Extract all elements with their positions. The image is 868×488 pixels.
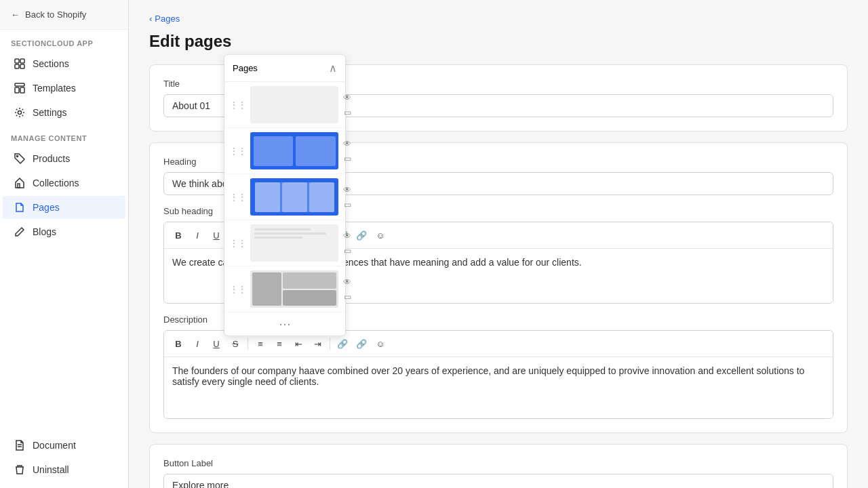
sidebar-item-sections[interactable]: Sections xyxy=(3,52,125,75)
svg-rect-1 xyxy=(20,59,24,63)
desc-indent-right-btn[interactable]: ⇥ xyxy=(309,335,326,352)
view-icon-5[interactable]: 👁 xyxy=(341,276,353,288)
sections-label: Sections xyxy=(33,58,69,69)
button-card: Button Label Button Link Image 1 xyxy=(149,444,848,488)
panel-thumbnail-4 xyxy=(250,224,338,262)
panel-item-2[interactable]: ⋮⋮ 👁 ▭ xyxy=(224,128,345,174)
sidebar-item-templates[interactable]: Templates xyxy=(3,77,125,100)
pages-label: Pages xyxy=(33,202,60,213)
file-icon xyxy=(14,439,26,451)
edit-icon xyxy=(14,226,26,238)
panel-icons-5: 👁 ▭ xyxy=(341,276,353,303)
drag-handle-5[interactable]: ⋮⋮ xyxy=(230,285,246,294)
svg-point-7 xyxy=(18,111,22,115)
blogs-label: Blogs xyxy=(33,226,56,237)
panel-item-1[interactable]: ⋮⋮ 👁 ▭ xyxy=(224,82,345,128)
template-icon xyxy=(14,82,26,94)
drag-handle-4[interactable]: ⋮⋮ xyxy=(230,239,246,248)
view-icon-4[interactable]: 👁 xyxy=(341,230,353,242)
copy-icon-3[interactable]: ▭ xyxy=(341,199,353,211)
desc-unlink-btn[interactable]: 🔗 xyxy=(353,335,370,352)
description-content[interactable]: The founders of our company haave combin… xyxy=(164,357,833,418)
ellipsis-icon: ⋯ xyxy=(279,317,291,331)
desc-bold-btn[interactable]: B xyxy=(170,335,187,352)
products-label: Products xyxy=(33,153,70,164)
back-to-shopify[interactable]: ← Back to Shopify xyxy=(0,0,128,30)
view-icon-3[interactable]: 👁 xyxy=(341,184,353,196)
drag-handle-2[interactable]: ⋮⋮ xyxy=(230,146,246,156)
gear-icon xyxy=(14,106,26,119)
panel-thumbnail-5 xyxy=(250,270,338,308)
svg-rect-2 xyxy=(15,64,19,68)
sectioncloud-label: SECTIONCLOUD APP xyxy=(0,30,128,52)
copy-icon-5[interactable]: ▭ xyxy=(341,291,353,303)
panel-item-left-1: ⋮⋮ xyxy=(230,86,338,123)
back-arrow-icon: ← xyxy=(11,9,20,20)
desc-underline-btn[interactable]: U xyxy=(208,335,225,352)
panel-icons-3: 👁 ▭ xyxy=(341,184,353,211)
panel-item-5[interactable]: ⋮⋮ 👁 ▭ xyxy=(224,266,345,312)
tag-icon xyxy=(14,152,26,165)
home-icon xyxy=(14,177,26,189)
panel-item-3[interactable]: ⋮⋮ 👁 ▭ xyxy=(224,174,345,220)
unlink-btn[interactable]: 🔗 xyxy=(353,226,370,244)
svg-rect-3 xyxy=(20,64,24,68)
sidebar-item-uninstall[interactable]: Uninstall xyxy=(3,458,125,481)
sidebar-item-document[interactable]: Document xyxy=(3,434,125,457)
sidebar-item-collections[interactable]: Collections xyxy=(3,171,125,195)
collections-label: Collections xyxy=(33,178,79,188)
sidebar-item-settings[interactable]: Settings xyxy=(3,101,125,124)
button-label-label: Button Label xyxy=(163,458,833,468)
svg-rect-0 xyxy=(15,59,19,63)
breadcrumb-link[interactable]: Pages xyxy=(155,14,180,24)
trash-icon xyxy=(14,464,26,476)
panel-thumbnail-1 xyxy=(250,86,338,123)
svg-point-8 xyxy=(17,156,18,157)
pages-panel: Pages ∧ ⋮⋮ 👁 ▭ ⋮⋮ xyxy=(224,54,346,336)
panel-thumbnail-2 xyxy=(250,132,338,169)
collapse-panel-icon[interactable]: ∧ xyxy=(329,62,337,75)
emoji-btn[interactable]: ☺ xyxy=(372,226,389,244)
back-label: Back to Shopify xyxy=(25,9,86,20)
desc-ol-btn[interactable]: ≡ xyxy=(271,335,288,352)
desc-emoji-btn[interactable]: ☺ xyxy=(372,335,389,352)
doc-icon xyxy=(14,201,26,214)
drag-handle-3[interactable]: ⋮⋮ xyxy=(230,192,246,202)
button-label-input[interactable] xyxy=(163,474,833,488)
pages-panel-title: Pages xyxy=(233,63,258,73)
drag-handle-1[interactable]: ⋮⋮ xyxy=(230,100,246,110)
panel-item-left-2: ⋮⋮ xyxy=(230,132,338,169)
italic-btn[interactable]: I xyxy=(189,226,206,244)
desc-italic-btn[interactable]: I xyxy=(189,335,206,352)
manage-content-label: MANAGE CONTENT xyxy=(0,125,128,146)
desc-indent-left-btn[interactable]: ⇤ xyxy=(290,335,307,352)
desc-ul-btn[interactable]: ≡ xyxy=(252,335,269,352)
panel-item-4[interactable]: ⋮⋮ 👁 ▭ xyxy=(224,220,345,266)
document-label: Document xyxy=(33,440,76,451)
panel-more[interactable]: ⋯ xyxy=(224,312,345,336)
desc-link-btn[interactable]: 🔗 xyxy=(334,335,351,352)
panel-thumbnail-3 xyxy=(250,178,338,216)
description-editor: B I U S ≡ ≡ ⇤ ⇥ 🔗 🔗 ☺ The founders of ou… xyxy=(163,330,833,419)
sidebar-item-blogs[interactable]: Blogs xyxy=(3,220,125,243)
copy-icon-4[interactable]: ▭ xyxy=(341,245,353,257)
copy-icon-2[interactable]: ▭ xyxy=(341,152,353,165)
grid-icon xyxy=(14,58,26,70)
breadcrumb: ‹ Pages xyxy=(149,14,848,24)
sidebar: ← Back to Shopify SECTIONCLOUD APP Secti… xyxy=(0,0,129,488)
view-icon-2[interactable]: 👁 xyxy=(341,138,353,150)
panel-item-left-4: ⋮⋮ xyxy=(230,224,338,262)
templates-label: Templates xyxy=(33,83,76,94)
pages-panel-header: Pages ∧ xyxy=(224,55,345,82)
underline-btn[interactable]: U xyxy=(208,226,225,244)
bold-btn[interactable]: B xyxy=(170,226,187,244)
sidebar-item-pages[interactable]: Pages xyxy=(3,196,125,219)
desc-sep2 xyxy=(330,338,330,350)
sidebar-item-products[interactable]: Products xyxy=(3,147,125,170)
view-icon-1[interactable]: 👁 xyxy=(341,92,353,104)
settings-label: Settings xyxy=(33,107,67,118)
copy-icon-1[interactable]: ▭ xyxy=(341,106,353,119)
main-content: Pages ∧ ⋮⋮ 👁 ▭ ⋮⋮ xyxy=(129,0,868,488)
desc-strikethrough-btn[interactable]: S xyxy=(226,335,244,352)
svg-rect-6 xyxy=(20,87,24,93)
